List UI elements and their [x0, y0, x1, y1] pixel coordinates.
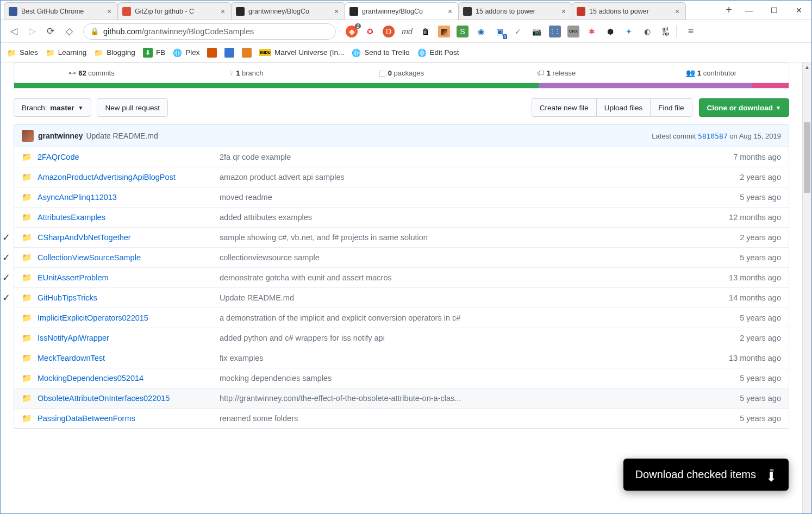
ext-icon-10[interactable]: ✓ — [512, 26, 524, 37]
file-row[interactable]: 📁MockingDependencies052014mocking depend… — [14, 368, 789, 388]
file-commit-message[interactable]: renamed some folders — [220, 414, 699, 423]
maximize-button[interactable]: ☐ — [761, 2, 786, 19]
commit-sha[interactable]: 5810587 — [698, 132, 728, 140]
reload-button[interactable]: ⟳ — [43, 24, 58, 39]
github-icon[interactable]: ⬢ — [604, 26, 616, 37]
file-commit-message[interactable]: fix examples — [220, 354, 699, 362]
upload-files-button[interactable]: Upload files — [596, 98, 651, 117]
file-name[interactable]: IssNotifyApiWrapper — [38, 334, 220, 342]
bookmark-10[interactable]: 🌐Edit Post — [417, 48, 459, 57]
new-tab-button[interactable]: + — [721, 1, 736, 20]
ext-icon-14[interactable]: ✱ — [586, 26, 598, 37]
bookmark-1[interactable]: 📁Learning — [46, 48, 87, 57]
tab-close-icon[interactable]: × — [333, 8, 340, 15]
browser-tab-4[interactable]: 15 addons to power× — [458, 2, 572, 20]
tab-close-icon[interactable]: × — [560, 8, 567, 15]
file-commit-message[interactable]: 2fa qr code example — [220, 153, 699, 161]
file-name[interactable]: AsyncAndPlinq112013 — [38, 193, 220, 202]
file-commit-message[interactable]: added attributes examples — [220, 213, 699, 222]
file-row[interactable]: ✓📁GitHubTipsTricksUpdate README.md14 mon… — [14, 287, 789, 308]
close-button[interactable]: ✕ — [786, 2, 811, 19]
bookmark-2[interactable]: 📁Blogging — [94, 48, 135, 57]
file-name[interactable]: MockingDependencies052014 — [38, 374, 220, 383]
download-checked-popup[interactable]: Download checked items ≡ ⬇ — [623, 459, 789, 491]
file-name[interactable]: ObsoleteAttributeOnInterfaces022015 — [38, 394, 220, 403]
browser-menu[interactable]: ≡ — [684, 26, 697, 37]
file-name[interactable]: 2FAQrCode — [38, 153, 220, 161]
file-row[interactable]: 📁ImplicitExplicitOperators022015a demons… — [14, 308, 789, 328]
ext-icon-md[interactable]: md — [401, 26, 413, 37]
browser-tab-0[interactable]: Best GitHub Chrome× — [4, 2, 118, 20]
tab-close-icon[interactable]: × — [219, 8, 227, 15]
branch-select[interactable]: Branch: master▼ — [14, 98, 91, 117]
camera-icon[interactable]: 📷 — [530, 26, 542, 37]
file-row[interactable]: 📁IssNotifyApiWrapperadded python and c# … — [14, 328, 789, 348]
file-row[interactable]: 📁MeckTeardownTestfix examples13 months a… — [14, 348, 789, 368]
file-commit-message[interactable]: mocking dependencies samples — [220, 374, 699, 383]
file-commit-message[interactable]: amazon product advert api samples — [220, 173, 699, 181]
release-stat[interactable]: 🏷1 release — [479, 63, 634, 83]
brave-icon[interactable]: ◆2 — [346, 26, 358, 37]
gitzip-icon[interactable]: gitzip — [660, 26, 672, 37]
file-name[interactable]: AmazonProductAdvertisingApiBlogPost — [38, 173, 220, 181]
file-name[interactable]: ImplicitExplicitOperators022015 — [38, 314, 220, 322]
ext-icon-2[interactable]: ✪ — [364, 26, 376, 37]
ext-icon-8[interactable]: ◉ — [475, 26, 487, 37]
file-commit-message[interactable]: moved readme — [220, 193, 699, 202]
branch-stat[interactable]: ⑂1 branch — [169, 63, 324, 83]
ext-icon-9[interactable]: ▣3 — [494, 26, 505, 37]
file-name[interactable]: CollectionViewSourceSample — [38, 253, 220, 262]
file-commit-message[interactable]: demonstrate gotcha with eunit and assert… — [220, 273, 699, 282]
file-commit-message[interactable]: a demonstration of the implicit and expl… — [220, 314, 699, 322]
contributor-stat[interactable]: 👥1 contributor — [634, 63, 789, 83]
vertical-scrollbar[interactable]: ▲ — [802, 62, 811, 513]
file-commit-message[interactable]: sample showing c#, vb.net, and f# projec… — [220, 233, 699, 242]
file-commit-message[interactable]: collectionviewsource sample — [220, 253, 699, 262]
file-row[interactable]: 📁AsyncAndPlinq112013moved readme5 years … — [14, 187, 789, 207]
tab-close-icon[interactable]: × — [105, 8, 113, 15]
bookmark-9[interactable]: 🌐Send to Trello — [352, 48, 409, 57]
scroll-up-arrow[interactable]: ▲ — [803, 62, 811, 72]
file-row[interactable]: 📁AmazonProductAdvertisingApiBlogPostamaz… — [14, 167, 789, 187]
ext-icon-12[interactable]: ⋮⋮ — [549, 26, 561, 37]
new-pull-request-button[interactable]: New pull request — [97, 98, 168, 117]
ext-icon-6[interactable]: ▦ — [438, 26, 450, 37]
file-row[interactable]: ✓📁CSharpAndVbNetTogethersample showing c… — [14, 227, 789, 247]
bookmark-8[interactable]: IMDbMarvel Universe (In... — [259, 48, 344, 57]
avatar[interactable] — [22, 130, 34, 142]
file-name[interactable]: GitHubTipsTricks — [38, 293, 220, 302]
file-commit-message[interactable]: Update README.md — [220, 293, 699, 302]
bookmark-6[interactable] — [224, 48, 234, 58]
bookmark-5[interactable] — [207, 48, 217, 58]
back-button[interactable]: ◁ — [6, 24, 21, 39]
commit-message[interactable]: Update README.md — [86, 131, 158, 140]
find-file-button[interactable]: Find file — [650, 98, 692, 117]
browser-tab-3[interactable]: grantwinney/BlogCo× — [345, 2, 459, 20]
file-name[interactable]: CSharpAndVbNetTogether — [38, 233, 220, 242]
bookmark-7[interactable] — [242, 48, 252, 58]
file-row[interactable]: ✓📁EUnitAssertProblemdemonstrate gotcha w… — [14, 267, 789, 287]
create-file-button[interactable]: Create new file — [532, 98, 597, 117]
language-bar[interactable] — [14, 83, 789, 89]
file-row[interactable]: 📁ObsoleteAttributeOnInterfaces022015http… — [14, 388, 789, 408]
bookmark-0[interactable]: 📁Sales — [7, 48, 38, 57]
ext-icon-17[interactable]: ◐ — [641, 26, 653, 37]
file-commit-message[interactable]: added python and c# wrappers for iss not… — [220, 334, 699, 342]
tab-close-icon[interactable]: × — [446, 8, 454, 15]
bookmark-4[interactable]: 🌐Plex — [173, 48, 199, 57]
scroll-thumb[interactable] — [804, 122, 810, 193]
packages-stat[interactable]: ⬚0 packages — [324, 63, 479, 83]
file-row[interactable]: 📁2FAQrCode2fa qr code example7 months ag… — [14, 147, 789, 167]
forward-button[interactable]: ▷ — [24, 24, 40, 39]
file-name[interactable]: PassingDataBetweenForms — [38, 414, 220, 423]
file-name[interactable]: MeckTeardownTest — [38, 354, 220, 362]
address-bar[interactable]: 🔒 github.com/grantwinney/BlogCodeSamples — [83, 23, 336, 40]
file-row[interactable]: 📁AttributesExamplesadded attributes exam… — [14, 207, 789, 227]
bookmark-3[interactable]: ⬇FB — [143, 48, 165, 58]
tab-close-icon[interactable]: × — [673, 8, 681, 15]
browser-tab-1[interactable]: GitZip for github - C× — [117, 2, 232, 20]
commit-author[interactable]: grantwinney — [38, 131, 83, 140]
confluence-icon[interactable]: ✦ — [623, 26, 635, 37]
file-name[interactable]: AttributesExamples — [38, 213, 220, 222]
crx-icon[interactable]: CRX — [567, 26, 579, 37]
